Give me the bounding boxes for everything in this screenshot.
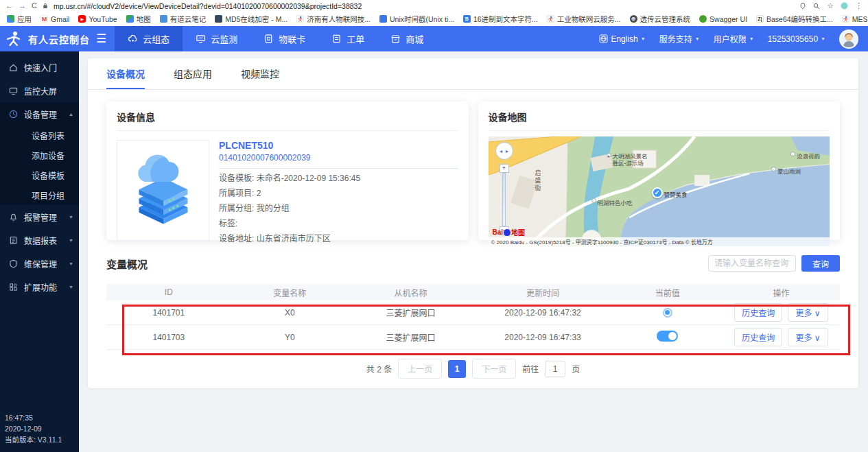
cell-var-name: X0 — [231, 308, 349, 318]
cell-var-name: Y0 — [231, 333, 349, 342]
variable-search-input[interactable] — [708, 255, 796, 272]
star-bookmark-icon[interactable]: ☆ — [827, 2, 834, 10]
shield-icon — [9, 259, 18, 268]
device-info-title: 设备信息 — [117, 110, 458, 131]
sidebar-item-bigscreen[interactable]: 监控大屏 — [0, 79, 79, 102]
user-avatar[interactable] — [839, 29, 858, 49]
bookmark-hex[interactable]: B16进制到文本字符... — [463, 14, 538, 24]
goto-page-input[interactable] — [545, 361, 565, 377]
variables-section: 变量概况 查询 ID 变量名称 从机名称 更新时间 当前值 操作 — [88, 240, 858, 379]
support-menu[interactable]: 服务支持▼ — [659, 33, 700, 45]
more-dropdown-button[interactable]: 更多 ∨ — [788, 303, 828, 322]
more-dropdown-button[interactable]: 更多 ∨ — [788, 328, 828, 346]
clock-date: 2020-12-09 — [5, 423, 62, 434]
sidebar-item-quickstart[interactable]: 快速入门 — [0, 56, 79, 79]
sidebar-item-report[interactable]: 数据报表▼ — [0, 228, 79, 252]
chevron-down-icon: ▼ — [69, 285, 73, 289]
device-template-row: 设备模板: 未命名-2020-12-09 15:36:45 — [219, 174, 458, 184]
cell-slave-name: 三菱扩展网口 — [349, 307, 473, 318]
chevron-up-icon: ▲ — [69, 112, 73, 117]
sidebar-item-device-mgmt[interactable]: 设备管理 ▲ — [0, 102, 79, 126]
base64-icon: Z| — [756, 15, 764, 23]
back-icon[interactable]: ← — [5, 2, 13, 10]
pagination: 共 2 条 上一页 1 下一页 前往 页 — [106, 359, 840, 379]
value-radio-indicator[interactable] — [663, 308, 672, 318]
usr-logo-icon — [5, 31, 22, 47]
poi-canglang: ◦沧浪荷韵 — [790, 152, 820, 160]
page-number-active[interactable]: 1 — [448, 360, 466, 378]
bookmark-unix[interactable]: Unix时间戳(Unix ti... — [379, 14, 454, 24]
next-page-button[interactable]: 下一页 — [472, 359, 516, 379]
sidebar-item-maintenance[interactable]: 维保管理▼ — [0, 252, 79, 275]
location-pin-icon[interactable] — [799, 3, 806, 10]
sidebar-item-device-template[interactable]: 设备模板 — [0, 165, 79, 185]
map-zoom-slider[interactable] — [502, 173, 506, 226]
clock-time: 16:47:35 — [5, 412, 62, 423]
variables-table: ID 变量名称 从机名称 更新时间 当前值 操作 1401701 X0 三菱扩展… — [106, 284, 840, 350]
sidebar-item-extensions[interactable]: 扩展功能▼ — [0, 275, 79, 298]
nav-tab-sim[interactable]: 物联卡 — [250, 26, 318, 51]
collapse-menu-icon[interactable]: ☰ — [96, 33, 106, 45]
bookmark-youdao[interactable]: 有道云笔记 — [160, 14, 207, 24]
bookmark-gmail[interactable]: MGmail — [40, 15, 69, 23]
tab-device-overview[interactable]: 设备概况 — [106, 58, 145, 89]
unix-timestamp-icon — [379, 15, 387, 23]
usr-person-icon — [296, 15, 304, 23]
chrome-menu-icon[interactable]: ⋮ — [855, 2, 863, 10]
sidebar-item-project-group[interactable]: 项目分组 — [0, 185, 79, 205]
report-file-icon — [9, 236, 18, 245]
device-id[interactable]: 01401020007600002039 — [219, 153, 458, 169]
baidu-map[interactable]: ▲大明湖风景名胜区-游乐场 ◦沧浪荷韵 ◦蒙山雨涧 ◦明湖特色小吃 启盛街 ✔ … — [489, 136, 830, 246]
nav-tab-workorder[interactable]: 工单 — [318, 26, 377, 51]
hex-icon: B — [463, 15, 471, 23]
zoom-icon[interactable] — [813, 3, 820, 10]
nav-tab-mall[interactable]: 商城 — [377, 26, 436, 51]
bookmark-base64[interactable]: Z|Base64编码转换工... — [756, 14, 833, 24]
monitor-icon — [196, 34, 206, 44]
cloud-icon — [128, 34, 138, 44]
query-button[interactable]: 查询 — [801, 255, 840, 272]
map-pan-control[interactable]: ◄ ► — [495, 142, 513, 160]
bookmark-md5[interactable]: MD5在线加密 - M... — [215, 14, 288, 24]
usr-person-icon — [842, 15, 849, 23]
device-location-marker[interactable]: ✔ — [652, 187, 663, 198]
browser-chrome: ← → C mp.usr.cn/#/cloudV2/device/ViewDev… — [0, 0, 868, 26]
history-query-button[interactable]: 历史查询 — [734, 328, 782, 346]
bookmark-usr-tech[interactable]: 济南有人物联网技... — [296, 14, 371, 24]
bookmark-iiot[interactable]: 工业物联网云服务... — [547, 14, 621, 24]
sidebar-item-add-device[interactable]: 添加设备 — [0, 145, 79, 165]
language-selector[interactable]: English▼ — [599, 34, 645, 44]
sidebar-item-alarm[interactable]: 报警管理▼ — [0, 205, 79, 228]
value-toggle-on[interactable] — [657, 331, 678, 342]
bookmark-apps[interactable]: 应用 — [7, 14, 32, 24]
forward-icon[interactable]: → — [19, 2, 26, 10]
map-zoom-in-button[interactable]: + — [500, 164, 509, 173]
account-menu[interactable]: 15253035650▼ — [768, 34, 825, 44]
nav-tab-monitor[interactable]: 云监测 — [183, 26, 250, 51]
bookmark-youtube[interactable]: ▶YouTube — [78, 15, 117, 23]
url-text[interactable]: mp.usr.cn/#/cloudV2/device/ViewDeviceDet… — [54, 2, 362, 10]
bookmark-passthrough[interactable]: ⊕透传云管理系统 — [630, 14, 691, 24]
poi-daminghu: ▲大明湖风景名胜区-游乐场 — [607, 153, 649, 167]
permission-menu[interactable]: 用户权限▼ — [714, 33, 754, 45]
bookmark-swagger[interactable]: Swagger UI — [699, 15, 747, 23]
sidebar-item-device-list[interactable]: 设备列表 — [0, 126, 79, 145]
device-detail-panel: 设备概况 组态应用 视频监控 设备信息 — [88, 58, 858, 388]
goto-suffix: 页 — [572, 363, 580, 374]
lock-icon — [43, 3, 48, 9]
extensions-grid-icon — [9, 283, 18, 292]
nav-tab-scada[interactable]: 云组态 — [115, 26, 183, 51]
prev-page-button[interactable]: 上一页 — [398, 359, 442, 379]
tab-video-monitor[interactable]: 视频监控 — [241, 58, 279, 89]
refresh-icon[interactable]: C — [32, 2, 37, 10]
road-label: 启盛街 — [534, 169, 543, 192]
gmail-icon: M — [40, 15, 48, 23]
total-count: 共 2 条 — [366, 363, 392, 374]
bookmark-maps[interactable]: 地图 — [126, 14, 151, 24]
bookmark-mes[interactable]: MES | 有人物联网 — [842, 14, 868, 24]
browser-profile-avatar[interactable] — [841, 2, 848, 10]
history-query-button[interactable]: 历史查询 — [734, 303, 782, 322]
tab-scada-app[interactable]: 组态应用 — [174, 58, 212, 89]
apps-grid-icon — [7, 15, 14, 23]
device-name[interactable]: PLCNET510 — [219, 140, 458, 151]
